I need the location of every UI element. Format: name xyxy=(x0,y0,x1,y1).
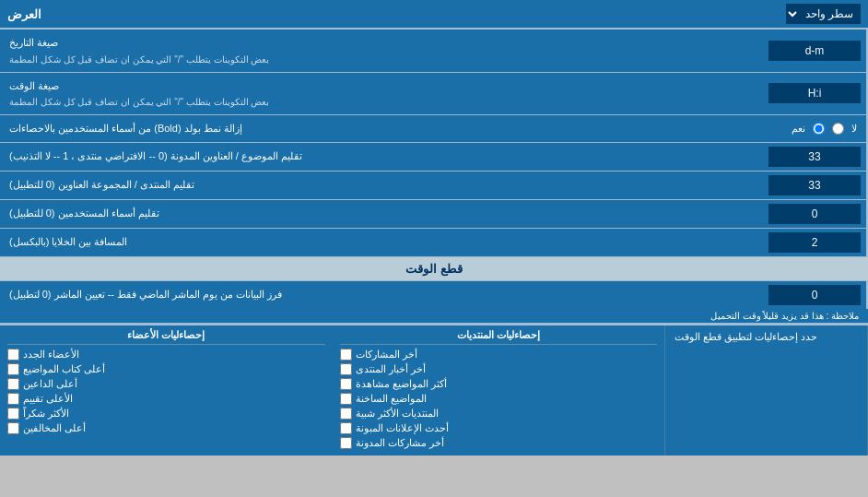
time-format-sublabel: بعض التكوينات يتطلب "/" التي يمكن ان تضا… xyxy=(9,95,269,109)
forum-trim-label: تقليم المنتدى / المجموعة العناوين (0 للت… xyxy=(9,177,194,193)
cell-spacing-label: المسافة بين الخلايا (بالبكسل) xyxy=(9,234,128,250)
username-trim-label: تقليم أسماء المستخدمين (0 للتطبيل) xyxy=(9,206,159,221)
col2-header: إحصاءليات الأعضاء xyxy=(127,329,205,340)
radio-no[interactable] xyxy=(832,123,844,135)
cb-col2-1[interactable] xyxy=(7,363,19,375)
list-item: الأعلى تقييم xyxy=(7,393,325,405)
realtime-section-title: قطع الوقت xyxy=(405,262,463,276)
cb-col1-6[interactable] xyxy=(340,437,352,449)
date-format-input[interactable] xyxy=(768,41,861,61)
topic-limit-label: تقليم الموضوع / العناوين المدونة (0 -- ا… xyxy=(9,148,302,164)
time-format-input[interactable] xyxy=(768,83,861,103)
list-item: المواضيع الساخنة xyxy=(340,393,658,405)
topic-limit-input[interactable] xyxy=(768,147,861,167)
time-format-label: صيغة الوقت xyxy=(9,78,59,94)
cb-col1-3[interactable] xyxy=(340,393,352,405)
list-item: أحدث الإعلانات المبونة xyxy=(340,422,658,434)
date-format-sublabel: بعض التكوينات يتطلب "/" التي يمكن ان تضا… xyxy=(9,53,269,66)
list-item: المنتديات الأكثر شبية xyxy=(340,408,658,420)
list-item: أعلى كتاب المواضيع xyxy=(7,363,325,375)
realtime-input[interactable] xyxy=(768,285,861,305)
list-item: أخر المشاركات xyxy=(340,349,658,361)
cb-col1-2[interactable] xyxy=(340,378,352,390)
bold-remove-label: إزالة نمط بولد (Bold) من أسماء المستخدمي… xyxy=(9,121,242,136)
list-item: الأعضاء الجدد xyxy=(7,349,325,361)
cb-col2-5[interactable] xyxy=(7,422,19,434)
list-item: أكثر المواضيع مشاهدة xyxy=(340,378,658,390)
list-item: أخر أخبار المنتدى xyxy=(340,363,658,375)
forum-trim-input[interactable] xyxy=(768,175,861,195)
radio-no-label: لا xyxy=(851,123,857,135)
list-item: أعلى الداعين xyxy=(7,378,325,390)
cb-col1-1[interactable] xyxy=(340,363,352,375)
apply-label: حدد إحصاءليات لتطبيق قطع الوقت xyxy=(674,331,817,343)
cb-col1-0[interactable] xyxy=(340,349,352,361)
date-format-label: صيغة التاريخ xyxy=(9,35,58,51)
cb-col2-2[interactable] xyxy=(7,378,19,390)
cell-spacing-input[interactable] xyxy=(768,232,861,253)
section-label: العرض xyxy=(7,7,41,21)
cb-col2-3[interactable] xyxy=(7,393,19,405)
list-item: الأكثر شكراً xyxy=(7,408,325,420)
cb-col1-4[interactable] xyxy=(340,408,352,420)
list-item: أعلى المخالفين xyxy=(7,422,325,434)
radio-yes-label: نعم xyxy=(792,123,805,135)
radio-yes[interactable] xyxy=(813,123,825,135)
username-trim-input[interactable] xyxy=(768,204,861,224)
display-dropdown[interactable]: سطر واحد xyxy=(786,4,861,24)
realtime-notice: ملاحظة : هذا قد يزيد قليلاً وقت التحميل xyxy=(710,311,859,321)
realtime-label: فرز البيانات من يوم الماشر الماضي فقط --… xyxy=(9,287,282,302)
list-item: أخر مشاركات المدونة xyxy=(340,437,658,449)
col1-header: إحصاءليات المنتديات xyxy=(457,329,540,340)
cb-col2-4[interactable] xyxy=(7,408,19,420)
cb-col1-5[interactable] xyxy=(340,422,352,434)
cb-col2-0[interactable] xyxy=(7,349,19,361)
